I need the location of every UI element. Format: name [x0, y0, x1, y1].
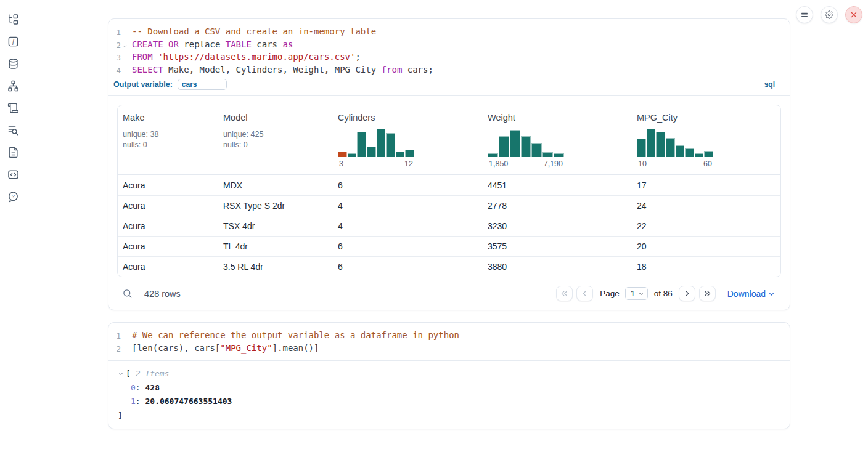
histogram-bar	[357, 132, 366, 157]
column-header-weight[interactable]: Weight1,8507,190	[483, 113, 632, 168]
chevron-down-icon	[638, 288, 645, 299]
histogram-bar	[396, 152, 405, 157]
table-cell: 17	[632, 180, 780, 190]
function-square-icon: f	[7, 36, 19, 47]
sidebar-item-logs[interactable]	[6, 102, 20, 114]
column-histogram: 312	[338, 129, 414, 168]
fold-spacer	[121, 330, 128, 342]
histogram-bar	[656, 132, 665, 157]
sidebar-item-variables[interactable]: f	[6, 35, 20, 47]
previous-page-button[interactable]	[576, 286, 593, 301]
search-icon	[122, 288, 133, 299]
histogram-bar	[348, 153, 357, 157]
sql-cell-output: Makeunique: 38nulls: 0Modelunique: 425nu…	[108, 95, 790, 310]
page-select[interactable]: 1	[625, 287, 648, 300]
table-cell: Acura	[118, 221, 218, 231]
table-cell: 6	[333, 180, 483, 190]
python-cell-output: [ 2 Items0: 4281: 20.060747663551403]	[108, 360, 790, 429]
tree-indent-guide	[121, 387, 121, 416]
sidebar-item-documentation[interactable]	[6, 146, 20, 158]
page-select-value: 1	[631, 289, 635, 298]
next-page-button[interactable]	[679, 286, 695, 301]
sidebar-panel: f?	[0, 0, 26, 203]
table-cell: RSX Type S 2dr	[218, 201, 333, 211]
chevron-left-icon	[577, 286, 592, 301]
table-cell: 2778	[483, 201, 632, 211]
histogram-bar	[488, 153, 498, 157]
code-line: 4SELECT Make, Model, Cylinders, Weight, …	[108, 64, 790, 77]
sql-editor-meta: Output variable: sql	[108, 76, 790, 95]
table-row[interactable]: AcuraTL 4dr6357520	[118, 236, 780, 256]
table-cell: 3575	[483, 241, 632, 251]
histogram-bar	[521, 136, 531, 157]
tree-entry: 0: 428	[118, 381, 790, 395]
sidebar-item-file-explorer[interactable]	[6, 13, 20, 25]
column-header-cylinders[interactable]: Cylinders312	[333, 113, 483, 168]
sidebar-item-help[interactable]: ?	[6, 190, 20, 203]
fold-toggle-icon[interactable]	[121, 39, 128, 52]
tree-collapse-icon[interactable]	[118, 371, 124, 377]
dependency-graph-icon	[7, 80, 19, 92]
table-row[interactable]: AcuraTSX 4dr4323022	[118, 216, 780, 236]
shutdown-button[interactable]	[845, 6, 862, 23]
chevron-right-icon	[679, 286, 695, 301]
table-cell: Acura	[118, 180, 218, 190]
scroll-icon	[7, 102, 19, 114]
column-header-mpg_city[interactable]: MPG_City1060	[632, 113, 780, 168]
tree-entry-colon: :	[136, 395, 145, 409]
sidebar-item-dependency-graph[interactable]	[6, 79, 20, 92]
code-line: 2CREATE OR replace TABLE cars as	[108, 39, 790, 52]
python-cell: 1# We can reference the output variable …	[108, 322, 790, 429]
table-cell: 3.5 RL 4dr	[218, 262, 333, 272]
tree-entry-colon: :	[136, 381, 145, 395]
histogram-bar	[666, 138, 675, 157]
column-name: MPG_City	[637, 113, 780, 123]
code-line: 2[len(cars), cars["MPG_City"].mean()]	[108, 342, 790, 355]
output-variable-input[interactable]	[178, 79, 227, 90]
python-code-editor[interactable]: 1# We can reference the output variable …	[108, 323, 790, 360]
code-text: CREATE OR replace TABLE cars as	[128, 39, 293, 52]
sidebar-item-snippets[interactable]	[6, 168, 20, 180]
table-search-button[interactable]	[122, 288, 133, 299]
table-body: AcuraMDX6445117AcuraRSX Type S 2dr427782…	[118, 175, 780, 277]
settings-button[interactable]	[821, 6, 838, 23]
code-text: FROM 'https://datasets.marimo.app/cars.c…	[128, 51, 361, 64]
sidebar-item-scratchpad[interactable]	[6, 124, 20, 136]
table-row[interactable]: AcuraMDX6445117	[118, 175, 780, 195]
sidebar-item-datasources[interactable]	[6, 57, 20, 70]
column-header-make[interactable]: Makeunique: 38nulls: 0	[118, 113, 218, 168]
download-button[interactable]: Download	[727, 289, 775, 299]
tree-open-bracket: [	[126, 367, 136, 381]
first-page-button[interactable]	[556, 286, 573, 301]
table-cell: 6	[333, 262, 483, 272]
topbar-actions	[796, 6, 862, 23]
last-page-button[interactable]	[699, 286, 716, 301]
tree-entry-key: 1	[131, 395, 136, 409]
table-cell: Acura	[118, 201, 218, 211]
line-number: 4	[108, 64, 121, 77]
chevrons-right-icon	[700, 286, 715, 301]
notebook-menu-button[interactable]	[796, 6, 813, 23]
table-cell: Acura	[118, 262, 218, 272]
tree-entry-value: 20.060747663551403	[145, 395, 232, 409]
column-header-model[interactable]: Modelunique: 425nulls: 0	[218, 113, 333, 168]
tree-root-row: [ 2 Items	[118, 367, 790, 381]
menu-icon	[800, 10, 809, 19]
table-cell: 6	[333, 241, 483, 251]
fold-spacer	[121, 64, 128, 77]
code-text: -- Download a CSV and create an in-memor…	[128, 26, 376, 39]
histogram-bar	[676, 145, 685, 157]
table-cell: 4451	[483, 180, 632, 190]
column-name: Model	[223, 113, 333, 123]
file-tree-icon	[7, 14, 19, 25]
sql-code-editor[interactable]: 1-- Download a CSV and create an in-memo…	[108, 19, 790, 95]
histogram-bar	[499, 136, 509, 157]
column-stats: unique: 425nulls: 0	[223, 129, 333, 150]
table-row[interactable]: Acura3.5 RL 4dr6388018	[118, 256, 780, 277]
svg-text:f: f	[12, 38, 15, 45]
code-text: SELECT Make, Model, Cylinders, Weight, M…	[128, 64, 433, 77]
table-row[interactable]: AcuraRSX Type S 2dr4277824	[118, 195, 780, 216]
file-text-icon	[7, 147, 19, 158]
histogram-bar	[377, 129, 386, 157]
table-cell: 4	[333, 221, 483, 231]
